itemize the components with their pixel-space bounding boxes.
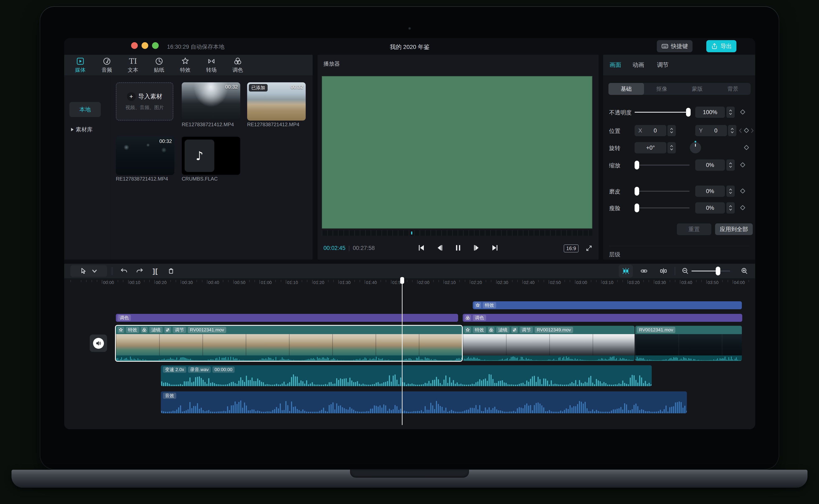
- clip-badge-effect: 特效: [126, 327, 139, 333]
- player-scrubber[interactable]: [322, 230, 592, 236]
- tab-media[interactable]: 媒体: [68, 56, 93, 73]
- tab-adjust[interactable]: 调节: [657, 61, 669, 69]
- slim-face-slider[interactable]: [635, 207, 690, 208]
- media-item-video-3[interactable]: 00:32: [116, 137, 174, 175]
- zoom-in-icon[interactable]: [739, 265, 750, 277]
- media-item-video-1[interactable]: 00:32: [182, 82, 240, 121]
- tab-color[interactable]: 调色: [225, 56, 250, 73]
- timeline-ruler[interactable]: 00:0000:1000:2000:3000:4000:5001:0001:10…: [64, 279, 755, 288]
- export-button[interactable]: 导出: [706, 40, 736, 52]
- position-y-field[interactable]: Y 0: [695, 125, 727, 136]
- tab-audio[interactable]: 音频: [94, 56, 120, 73]
- export-icon: [711, 43, 718, 50]
- playhead[interactable]: [402, 277, 402, 425]
- opacity-value[interactable]: 100%: [695, 107, 725, 118]
- zoom-slider-thumb[interactable]: [716, 267, 720, 275]
- track-mute-button[interactable]: [90, 335, 107, 352]
- tab-animation[interactable]: 动画: [633, 61, 644, 69]
- clip-audio-waveform: [116, 355, 462, 361]
- split-preview-icon[interactable]: [658, 265, 669, 277]
- smooth-skin-stepper[interactable]: [726, 186, 735, 197]
- opacity-slider[interactable]: [635, 112, 690, 113]
- color-track-1[interactable]: 调色: [116, 314, 458, 322]
- tab-sticker[interactable]: 贴纸: [146, 56, 172, 73]
- skip-to-end-button[interactable]: [491, 244, 499, 252]
- opacity-stepper[interactable]: [726, 107, 735, 118]
- video-clip-2[interactable]: 特效 滤镜 调节 RV0012349.mov: [463, 326, 635, 361]
- fullscreen-button[interactable]: [585, 244, 593, 252]
- color-track-2[interactable]: 调色: [463, 314, 742, 322]
- shortcut-keys-button[interactable]: 快捷键: [657, 40, 693, 52]
- subtab-chroma-key[interactable]: 抠像: [644, 83, 680, 95]
- position-x-field[interactable]: X 0: [635, 125, 666, 136]
- keyframe-diamond-icon[interactable]: [744, 128, 749, 133]
- previous-frame-button[interactable]: [436, 244, 444, 252]
- subtab-background[interactable]: 背景: [715, 83, 751, 95]
- media-tab-strip: 媒体 音频 TI 文本 贴纸 特效: [64, 55, 312, 76]
- split-button[interactable]: ][: [149, 265, 161, 277]
- reset-button[interactable]: 重置: [677, 223, 711, 235]
- snap-toggle-button[interactable]: [619, 265, 633, 277]
- subtab-basic[interactable]: 基础: [609, 83, 644, 95]
- slim-face-stepper[interactable]: [726, 202, 735, 214]
- clip-badge-adjust: 调节: [520, 327, 533, 333]
- media-item-video-2[interactable]: 已添加 00:32: [247, 82, 306, 121]
- scale-stepper[interactable]: [726, 159, 735, 171]
- video-clip-3[interactable]: RV0012341.mov: [635, 326, 742, 361]
- position-x-stepper[interactable]: [667, 125, 676, 136]
- keyframe-diamond-icon[interactable]: [740, 162, 745, 167]
- prev-keyframe-icon[interactable]: [738, 128, 743, 134]
- skip-to-start-button[interactable]: [418, 244, 425, 252]
- link-clips-icon[interactable]: [638, 265, 650, 277]
- clip-badge-effect: 特效: [473, 327, 486, 333]
- delete-button[interactable]: [165, 265, 177, 277]
- aspect-ratio-button[interactable]: 16:9: [564, 244, 579, 252]
- sidebar-item-library[interactable]: 素材库: [69, 122, 108, 137]
- slim-face-value[interactable]: 0%: [695, 202, 725, 214]
- apply-to-all-button[interactable]: 应用到全部: [715, 223, 753, 235]
- zoom-out-icon[interactable]: [679, 265, 691, 277]
- tab-effects[interactable]: 特效: [172, 56, 198, 73]
- smooth-skin-row: 磨皮 0%: [603, 185, 755, 197]
- tab-text[interactable]: TI 文本: [120, 56, 146, 73]
- smooth-skin-slider[interactable]: [635, 191, 690, 192]
- effect-track[interactable]: 特效: [473, 301, 742, 309]
- undo-button[interactable]: [118, 265, 130, 277]
- clip-filename: RV0012349.mov: [535, 327, 573, 333]
- rotation-value[interactable]: +0°: [635, 142, 666, 153]
- audio-clip-recording[interactable]: 变速 2.0x 录音.wav 00:00:00: [161, 365, 652, 386]
- keyframe-diamond-icon[interactable]: [740, 188, 745, 193]
- select-tool-button[interactable]: [70, 265, 107, 277]
- timeline-zoom-slider[interactable]: [692, 271, 730, 271]
- media-item-audio[interactable]: ♪ 00:32: [182, 137, 240, 175]
- keyframe-diamond-icon[interactable]: [740, 109, 745, 115]
- smooth-skin-value[interactable]: 0%: [695, 186, 725, 197]
- redo-button[interactable]: [134, 265, 145, 277]
- rotation-stepper[interactable]: [667, 142, 676, 153]
- opacity-row: 不透明度 100%: [603, 106, 755, 118]
- color-circles-icon: [465, 315, 471, 321]
- video-viewport[interactable]: [322, 76, 592, 229]
- scale-slider[interactable]: [635, 165, 690, 165]
- sidebar-item-local[interactable]: 本地: [69, 102, 101, 117]
- keyframe-diamond-icon[interactable]: [744, 145, 749, 150]
- audio-timecode-badge: 00:00:00: [212, 367, 235, 373]
- duration-badge: 00:32: [182, 137, 190, 140]
- import-material-card[interactable]: + 导入素材 视频、音频、图片: [116, 82, 173, 121]
- media-panel: 媒体 音频 TI 文本 贴纸 特效: [64, 55, 312, 260]
- subtab-mask[interactable]: 蒙版: [680, 83, 715, 95]
- next-frame-button[interactable]: [473, 244, 480, 252]
- playhead-handle[interactable]: [400, 277, 404, 284]
- next-keyframe-icon[interactable]: [750, 128, 755, 134]
- star-icon: [172, 56, 198, 66]
- tab-picture[interactable]: 画面: [610, 61, 621, 69]
- rotation-knob[interactable]: [690, 142, 701, 153]
- shortcut-keys-label: 快捷键: [671, 42, 688, 50]
- keyframe-diamond-icon[interactable]: [740, 205, 745, 210]
- audio-clip-sfx[interactable]: 音效: [161, 391, 687, 413]
- tab-transitions[interactable]: 转场: [199, 56, 224, 73]
- scale-value[interactable]: 0%: [695, 159, 725, 171]
- pause-button[interactable]: [454, 244, 462, 252]
- position-y-stepper[interactable]: [728, 125, 736, 136]
- video-clip-1[interactable]: 特效 滤镜 调节 RV0012341.mov: [116, 326, 462, 361]
